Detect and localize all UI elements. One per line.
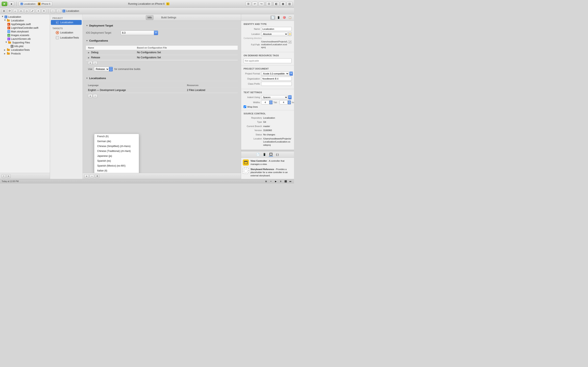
identity-section-title: Identity and Type <box>243 23 292 25</box>
indent-width-down-button[interactable]: ▼ <box>288 102 291 104</box>
class-prefix-input[interactable] <box>261 82 292 86</box>
tab-width-up-button[interactable]: ▲ <box>269 100 273 102</box>
dropdown-item-spanish-mexico[interactable]: Spanish (Mexico) (es-MX) <box>94 163 139 168</box>
location-folder-button[interactable]: 📁 <box>288 32 292 36</box>
wrap-lines-checkbox[interactable] <box>243 105 246 108</box>
config-remove-button[interactable]: − <box>93 61 97 65</box>
localizations-header[interactable]: ▼ Localizations <box>86 77 238 81</box>
obj-lib-device-icon[interactable]: 📱 <box>262 152 267 157</box>
bottom-remove-button[interactable]: − <box>90 174 94 178</box>
project-nav-target-localization[interactable]: Localization <box>51 30 82 35</box>
assistant-button[interactable]: ⊟ <box>266 2 272 6</box>
left-panel-button[interactable]: ◧ <box>274 2 279 6</box>
config-row-debug[interactable]: ▶ Debug No Configurations Set <box>86 50 238 55</box>
dropdown-item-japanese[interactable]: Japanese (ja) <box>94 154 139 158</box>
file-item-supporting-files[interactable]: ▶ Supporting Files <box>0 41 50 44</box>
ios-deployment-select[interactable] <box>121 31 154 35</box>
add-file-button[interactable]: + <box>2 174 6 178</box>
dropdown-item-german[interactable]: German (de) <box>94 139 139 144</box>
dropdown-item-spanish[interactable]: Spanish (es) <box>94 158 139 163</box>
forward-button[interactable]: ↪ <box>259 2 264 6</box>
indent-using-select[interactable]: Spaces <box>261 95 288 99</box>
folder-view-button[interactable]: ⊞ <box>2 9 6 13</box>
configurations-header[interactable]: ▼ Configurations <box>86 39 238 44</box>
inspector-location-icon-btn[interactable]: 🎯 <box>282 16 287 20</box>
tab-width-down-button[interactable]: ▼ <box>269 102 273 104</box>
name-input[interactable] <box>261 27 292 31</box>
file-item-launchscreen[interactable]: XI LaunchScreen.xib <box>0 37 50 41</box>
indent-width-up-button[interactable]: ▲ <box>288 100 291 102</box>
use-label: Use <box>88 68 92 71</box>
inspector-history-icon-btn[interactable]: 📋 <box>287 16 292 20</box>
ios-deployment-dropdown-arrow[interactable]: ▼ <box>154 31 158 35</box>
project-format-dropdown-arrow[interactable]: ▼ <box>290 72 293 76</box>
obj-lib-code-icon[interactable]: { } <box>276 152 279 157</box>
obj-lib-file-icon[interactable]: 📄 <box>256 152 260 157</box>
organization-input[interactable] <box>261 77 292 81</box>
swift-file-icon: S <box>7 26 10 29</box>
status-play-button[interactable]: ▶ <box>274 180 278 183</box>
file-item-localizationtests[interactable]: ▶ LocalizationTests <box>0 48 50 52</box>
tab-width-input[interactable] <box>261 100 269 104</box>
use-configuration-select[interactable]: Release <box>94 67 109 71</box>
dropdown-item-french[interactable]: French (fr) <box>94 134 139 139</box>
tab-build-settings[interactable]: Build Settings <box>160 15 178 20</box>
dropdown-item-chinese-simplified[interactable]: Chinese (Simplified) (zh-Hans) <box>94 144 139 149</box>
bottom-add-button[interactable]: + <box>84 174 89 178</box>
stop-button[interactable]: ■ <box>9 2 14 6</box>
project-nav-target-localizationtests[interactable]: T LocalizationTests <box>51 35 82 40</box>
issues-button[interactable]: ⚠ <box>19 9 23 13</box>
search-button[interactable]: ⌕ <box>13 9 17 13</box>
location-select[interactable]: Absolute <box>261 32 288 36</box>
file-item-mainstoryboard[interactable]: SB Main.storyboard <box>0 30 50 33</box>
file-item-appdelegate[interactable]: S AppDelegate.swift <box>0 22 50 26</box>
status-grid-button[interactable]: ⊞ <box>264 180 268 183</box>
obj-lib-cube-icon[interactable]: 🔲 <box>269 152 273 157</box>
status-stop-button[interactable]: ⬛ <box>284 180 287 183</box>
file-item-xcassets[interactable]: XA Images.xcassets <box>0 33 50 37</box>
breakpoints-button[interactable]: ⌖ <box>36 9 40 13</box>
status-add-button[interactable]: + <box>269 180 273 183</box>
use-stepper-up[interactable]: ▲ <box>109 67 113 69</box>
obj-icon-viewcontroller <box>243 159 249 166</box>
loc-remove-button[interactable]: − <box>93 94 97 98</box>
status-forward-button[interactable]: ⏭ <box>289 180 292 183</box>
on-demand-input[interactable] <box>243 58 292 63</box>
inspector-device-icon-btn[interactable]: 📱 <box>276 16 281 20</box>
bottom-panel-button[interactable]: ▣ <box>280 2 286 6</box>
file-item-loginvc[interactable]: S LoginViewController.swift <box>0 26 50 30</box>
settings-button[interactable]: ⚙ <box>95 174 99 178</box>
debug-button[interactable]: ⑇ <box>30 9 35 13</box>
fullpath-reveal-button[interactable]: ↗ <box>288 40 292 44</box>
right-panel-button[interactable]: ▨ <box>287 2 292 6</box>
use-stepper-down[interactable]: ▼ <box>109 69 113 71</box>
filter-button[interactable]: ⊳ <box>7 174 11 178</box>
loc-row-english[interactable]: English — Development Language 2 Files L… <box>86 87 238 93</box>
clock-button[interactable]: ⟳ <box>7 9 12 13</box>
config-add-button[interactable]: + <box>88 61 93 65</box>
grid-view-button[interactable]: ⊞ <box>245 2 251 6</box>
tab-info[interactable]: Info <box>146 15 154 20</box>
forward-nav-button[interactable]: › <box>56 9 61 13</box>
deployment-target-header[interactable]: ▼ Deployment Target <box>86 24 238 29</box>
dropdown-item-chinese-traditional[interactable]: Chinese (Traditional) (zh-Hant) <box>94 149 139 154</box>
indent-using-dropdown-arrow[interactable]: ▼ <box>288 95 292 99</box>
xcassets-file-icon: XA <box>7 34 10 37</box>
dropdown-item-italian[interactable]: Italian (it) <box>94 168 139 173</box>
file-item-products[interactable]: ▶ Products <box>0 52 50 55</box>
file-item-infoplist[interactable]: PL Info.plist <box>0 44 50 48</box>
loc-add-button[interactable]: + <box>88 94 93 98</box>
status-pause-button[interactable]: ⏸ <box>279 180 283 183</box>
inspector-file-icon-btn[interactable]: 📄 <box>270 16 275 20</box>
config-row-release[interactable]: ▶ Release No Configurations Set <box>86 55 238 60</box>
project-nav-item-localization[interactable]: L Localization <box>51 20 82 25</box>
test-button[interactable]: ◇ <box>25 9 29 13</box>
file-item-project-root[interactable]: ▶ L Localization <box>0 15 50 19</box>
report-button[interactable]: ≡ <box>42 9 46 13</box>
history-button[interactable]: ↩ <box>252 2 258 6</box>
back-nav-button[interactable]: ‹ <box>51 9 55 13</box>
file-item-localization-folder[interactable]: ▶ Localization <box>0 19 50 22</box>
indent-width-input[interactable] <box>279 100 288 104</box>
play-button[interactable]: ▶ <box>2 2 7 6</box>
project-format-select[interactable]: Xcode 3.2-compatible <box>261 72 289 76</box>
